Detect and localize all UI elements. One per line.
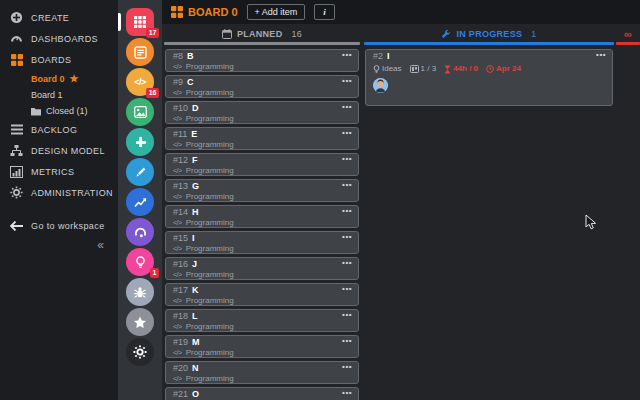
sidebar-item-label: METRICS [31, 167, 74, 177]
card-menu-button[interactable]: ••• [342, 388, 352, 397]
sidebar-item-label: BOARDS [31, 55, 71, 65]
planned-card[interactable]: #12 F ••• </> Programming [165, 153, 359, 176]
card-title: K [192, 286, 199, 296]
sidebar-item-metrics[interactable]: METRICS [0, 161, 118, 182]
hourglass-icon [444, 65, 451, 74]
card-id: #2 [373, 52, 383, 62]
card-id: #15 [173, 234, 188, 244]
rail-favorites-tracker-button[interactable] [126, 308, 154, 336]
planned-card[interactable]: #8 B ••• </> Programming [165, 49, 359, 72]
sidebar-board-1[interactable]: Board 1 [0, 87, 118, 103]
planned-card[interactable]: #15 I ••• </> Programming [165, 231, 359, 254]
card-id: #17 [173, 286, 188, 296]
board-badge: 17 [146, 28, 159, 38]
card-title: N [192, 364, 199, 374]
planned-card[interactable]: #10 D ••• </> Programming [165, 101, 359, 124]
card-menu-button[interactable]: ••• [342, 128, 352, 137]
project-sidebar: CREATE DASHBOARDS BOARDS Board 0 ★ Board… [0, 0, 118, 400]
column-planned-color-bar[interactable] [164, 42, 360, 45]
card-menu-button[interactable]: ••• [342, 362, 352, 371]
assignee-avatar[interactable] [373, 78, 388, 93]
rail-form-tracker-button[interactable] [126, 38, 154, 66]
card-tracker-label: Programming [186, 245, 234, 254]
rail-settings-button[interactable] [126, 338, 154, 366]
rail-ideas-tracker-button[interactable]: 1 [126, 248, 154, 276]
code-icon: </> [173, 115, 182, 123]
rail-support-tracker-button[interactable] [126, 218, 154, 246]
card-menu-button[interactable]: ••• [342, 154, 352, 163]
card-tracker-label: Programming [186, 167, 234, 176]
code-icon: </> [173, 375, 182, 383]
planned-card[interactable]: #11 E ••• </> Programming [165, 127, 359, 150]
column-done-color-bar[interactable] [616, 42, 640, 45]
column-in-progress-header[interactable]: IN PROGRESS 1 [364, 27, 614, 40]
sidebar-item-backlog[interactable]: BACKLOG [0, 119, 118, 140]
card-title: I [192, 234, 195, 244]
card-menu-button[interactable]: ••• [342, 206, 352, 215]
card-id: #20 [173, 364, 188, 374]
planned-card[interactable]: #14 H ••• </> Programming [165, 205, 359, 228]
code-icon: </> [173, 219, 182, 227]
card-id: #8 [173, 52, 183, 62]
sidebar-item-dashboards[interactable]: DASHBOARDS [0, 28, 118, 49]
form-icon [134, 46, 147, 59]
card-id: #11 [173, 130, 187, 140]
go-to-workspace-link[interactable]: Go to workspace [0, 215, 118, 236]
card-title: D [192, 104, 199, 114]
column-label: PLANNED [237, 29, 283, 39]
sidebar-item-design-model[interactable]: DESIGN MODEL [0, 140, 118, 161]
sidebar-item-create[interactable]: CREATE [0, 7, 118, 28]
planned-card[interactable]: #20 N ••• </> Programming [165, 361, 359, 384]
planned-card[interactable]: #9 C ••• </> Programming [165, 75, 359, 98]
sidebar-item-label: CREATE [31, 13, 69, 23]
planned-card[interactable]: #19 M ••• </> Programming [165, 335, 359, 358]
planned-card[interactable]: #17 K ••• </> Programming [165, 283, 359, 306]
sidebar-item-boards[interactable]: BOARDS [0, 49, 118, 70]
column-in-progress: IN PROGRESS 1 #2 I ••• [364, 26, 614, 400]
sidebar-collapse-button[interactable]: « [0, 236, 118, 254]
card-menu-button[interactable]: ••• [342, 232, 352, 241]
sitemap-icon [10, 144, 23, 157]
planned-card[interactable]: #18 L ••• </> Programming [165, 309, 359, 332]
code-icon: </> [134, 77, 146, 87]
rail-trend-tracker-button[interactable] [126, 188, 154, 216]
rail-media-tracker-button[interactable] [126, 98, 154, 126]
card-menu-button[interactable]: ••• [596, 50, 606, 59]
card-title: E [191, 130, 197, 140]
rail-board-tracker-button[interactable]: 17 [126, 8, 154, 36]
rail-code-tracker-button[interactable]: </> 16 [126, 68, 154, 96]
card-menu-button[interactable]: ••• [342, 102, 352, 111]
code-icon: </> [173, 63, 182, 71]
star-icon[interactable]: ★ [70, 73, 79, 84]
planned-card[interactable]: #21 O ••• </> Programming [165, 387, 359, 400]
calendar-icon [222, 29, 232, 39]
card-menu-button[interactable]: ••• [342, 50, 352, 59]
card-id: #10 [173, 104, 188, 114]
card-2-i[interactable]: #2 I ••• Ideas [365, 49, 613, 106]
lightbulb-icon [373, 65, 380, 74]
planned-card[interactable]: #13 G ••• </> Programming [165, 179, 359, 202]
column-planned-header[interactable]: PLANNED 16 [164, 27, 360, 40]
rail-bugs-tracker-button[interactable] [126, 278, 154, 306]
planned-card[interactable]: #16 J ••• </> Programming [165, 257, 359, 280]
board-info-button[interactable]: i [314, 4, 335, 20]
rail-edit-tracker-button[interactable] [126, 158, 154, 186]
card-menu-button[interactable]: ••• [342, 258, 352, 267]
card-menu-button[interactable]: ••• [342, 336, 352, 345]
board-link-label: Board 1 [31, 90, 63, 100]
card-menu-button[interactable]: ••• [342, 76, 352, 85]
sidebar-item-label: ADMINISTRATION [31, 188, 113, 198]
sidebar-board-0[interactable]: Board 0 ★ [0, 70, 118, 87]
column-in-progress-color-bar[interactable] [364, 42, 614, 45]
add-item-button[interactable]: + Add item [247, 4, 306, 20]
code-icon: </> [173, 271, 182, 279]
card-menu-button[interactable]: ••• [342, 180, 352, 189]
card-menu-button[interactable]: ••• [342, 310, 352, 319]
rail-plugin-tracker-button[interactable] [126, 128, 154, 156]
code-badge: 16 [146, 88, 159, 98]
column-done-header[interactable]: ∞ [616, 27, 640, 40]
due-date-meta: Apr 24 [486, 65, 521, 74]
sidebar-item-administration[interactable]: ADMINISTRATION [0, 182, 118, 203]
sidebar-boards-closed[interactable]: Closed (1) [0, 103, 118, 119]
card-menu-button[interactable]: ••• [342, 284, 352, 293]
